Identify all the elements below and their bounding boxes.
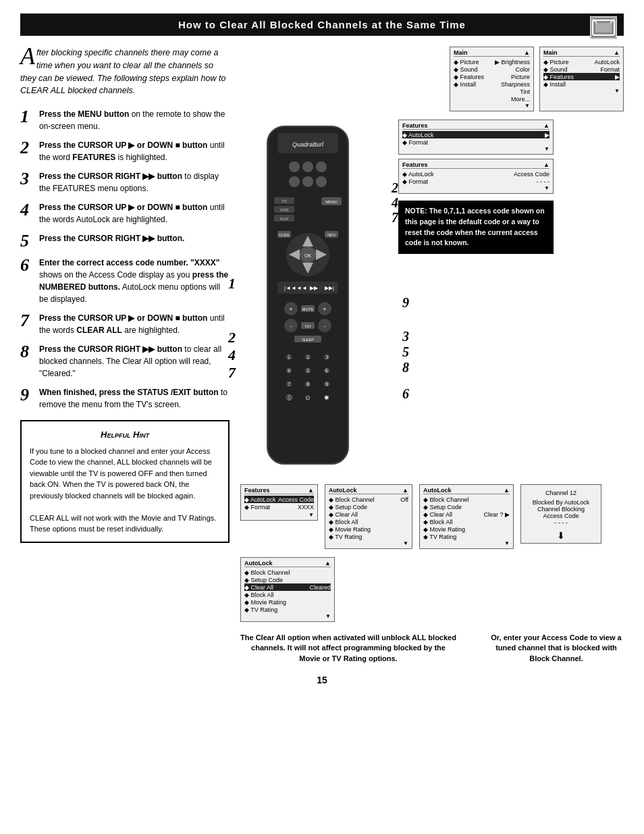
screen-features-accesscode-row-format: ◆ Format- - - - <box>402 178 549 185</box>
svg-text:AUX: AUX <box>280 217 288 221</box>
step-6: 6 Enter the correct access code number. … <box>20 257 230 305</box>
step-num-6: 6 <box>20 257 35 274</box>
step-8: 8 Press the CURSOR RIGHT ▶▶ button to cl… <box>20 343 230 380</box>
screen-al2-clearall: ◆ Clear AllClear ? ▶ <box>423 511 510 518</box>
bottom-caption-1: The Clear All option when activated will… <box>240 633 456 664</box>
svg-text:⓪: ⓪ <box>286 394 292 401</box>
screen-autolock-cleared-title: AutoLock▲ <box>244 560 331 567</box>
screen-al-bc-autolock: ◆ AutoLockAccess Code <box>244 496 314 503</box>
screen-channel-line5: - - - - <box>525 519 597 526</box>
cleared-row: AutoLock▲ ◆ Block Channel ◆ Setup Code ◆… <box>240 557 624 622</box>
remote-svg: QuadraBurl TV VCR AUX <box>240 120 375 471</box>
step-list: 1 Press the MENU button on the remote to… <box>20 108 230 411</box>
screen-al1-movierating: ◆ Movie Rating <box>329 525 408 533</box>
svg-text:-: - <box>290 323 292 330</box>
screen-main-2-row-picture: ◆ PictureAutoLock <box>543 58 620 66</box>
screen-autolock-clearq-title: AutoLock▲ <box>423 487 510 494</box>
title-icon <box>590 16 617 39</box>
note-box: NOTE: The 0,7,1,1 access code shown on t… <box>398 201 554 254</box>
screen-main-2-row-install: ◆ Install <box>543 80 620 88</box>
screen-al3-setupcode: ◆ Setup Code <box>244 576 331 583</box>
helpful-hint-box: Helpful Hint If you tune to a blocked ch… <box>20 420 230 543</box>
svg-text:VCR: VCR <box>280 208 289 212</box>
screen-features-autolock: Features▲ ◆ AutoLock▶ ◆ Format ▼ <box>398 120 554 155</box>
screen-al1-blockchannel: ◆ Block ChannelOff <box>329 496 408 503</box>
page-title-bar: How to Clear All Blocked Channels at the… <box>20 14 624 36</box>
note-text: NOTE: The 0,7,1,1 access code shown on t… <box>405 207 545 246</box>
screen-main-1-row-features: ◆ FeaturesPicture <box>454 73 530 80</box>
svg-text:+: + <box>289 306 292 313</box>
step-text-5: Press the CURSOR RIGHT ▶▶ button. <box>39 232 184 244</box>
screen-channel-line4: Access Code <box>525 513 597 519</box>
remote-overlay-358: 358 <box>402 329 409 375</box>
svg-point-11 <box>316 176 327 187</box>
screen-al2-movierating: ◆ Movie Rating <box>423 525 510 533</box>
screen-autolock-blockchannel: Features▲ ◆ AutoLockAccess Code ◆ Format… <box>240 484 318 521</box>
step-text-3: Press the CURSOR RIGHT ▶▶ button to disp… <box>39 170 230 194</box>
screen-al2-blockall: ◆ Block All <box>423 518 510 525</box>
svg-text:SLEEP: SLEEP <box>302 338 314 342</box>
step-num-2: 2 <box>20 139 35 157</box>
screen-main-2-row-sound: ◆ SoundFormat <box>543 66 620 73</box>
step-text-8: Press the CURSOR RIGHT ▶▶ button to clea… <box>39 343 230 380</box>
screen-channel-line3: Channel Blocking <box>525 506 597 513</box>
screen-al1-tvrating: ◆ TV Rating <box>329 533 408 540</box>
screen-main-1-title: Main▲ <box>454 49 530 57</box>
svg-text:CH: CH <box>305 324 311 328</box>
svg-point-7 <box>302 161 313 172</box>
screen-features-accesscode-row-autolock: ◆ AutoLockAccess Code <box>402 170 549 178</box>
intro-text: A fter blocking specific channels there … <box>20 47 230 97</box>
screen-features-autolock-row-autolock: ◆ AutoLock▶ <box>402 131 549 138</box>
right-screens-col: Features▲ ◆ AutoLock▶ ◆ Format ▼ F <box>398 120 554 254</box>
step-num-5: 5 <box>20 232 35 250</box>
remote-area: 1 247 QuadraBurl <box>240 120 389 473</box>
screen-main-2-row-features: ◆ Features▶ <box>543 73 620 80</box>
step-3: 3 Press the CURSOR RIGHT ▶▶ button to di… <box>20 170 230 194</box>
svg-text:▶▶: ▶▶ <box>310 285 319 291</box>
step-1: 1 Press the MENU button on the remote to… <box>20 108 230 132</box>
screen-al1-blockall: ◆ Block All <box>329 518 408 525</box>
svg-text:|◄◄: |◄◄ <box>284 285 296 291</box>
screen-autolock-full-1-title: AutoLock▲ <box>329 487 408 494</box>
svg-text:MENU: MENU <box>325 200 338 204</box>
svg-text:⑧: ⑧ <box>305 381 311 388</box>
step-num-4: 4 <box>20 201 35 219</box>
step-text-6: Enter the correct access code number. "X… <box>39 257 230 305</box>
screen-features-accesscode: Features▲ ◆ AutoLockAccess Code ◆ Format… <box>398 159 554 194</box>
step-num-9: 9 <box>20 386 35 404</box>
svg-rect-1 <box>595 23 612 32</box>
page-number: 15 <box>20 675 624 685</box>
screen-features-accesscode-title: Features▲ <box>402 161 549 169</box>
svg-text:✱: ✱ <box>324 394 329 401</box>
step-text-2: Press the CURSOR UP ▶ or DOWN ■ button u… <box>39 139 230 163</box>
bottom-caption-2: Or, enter your Access Code to view a tun… <box>489 633 624 664</box>
remote-step-num-1-label: 1 <box>228 275 236 292</box>
svg-point-8 <box>316 161 327 172</box>
left-panel: A fter blocking specific channels there … <box>20 47 230 664</box>
screen-features-autolock-row-format: ◆ Format <box>402 138 549 146</box>
intro-body: fter blocking specific channels there ma… <box>20 48 225 95</box>
helpful-hint-label: Helpful Hint <box>101 429 149 440</box>
screen-main-1-row-sound: ◆ SoundColor <box>454 66 530 73</box>
main-content: A fter blocking specific channels there … <box>20 47 624 664</box>
screen-main-1-row-picture: ◆ Picture▶ Brightness <box>454 58 530 66</box>
svg-text:②: ② <box>305 354 311 361</box>
svg-text:⊙: ⊙ <box>305 394 311 401</box>
screen-al3-movierating: ◆ Movie Rating <box>244 598 331 606</box>
step-num-7: 7 <box>20 312 35 330</box>
screen-channel-line1: Channel 12 <box>525 487 597 499</box>
screen-autolock-cleared: AutoLock▲ ◆ Block Channel ◆ Setup Code ◆… <box>240 557 335 622</box>
screen-main-2-title: Main▲ <box>543 49 620 57</box>
screen-al1-clearall: ◆ Clear All <box>329 511 408 518</box>
screen-al2-tvrating: ◆ TV Rating <box>423 533 510 540</box>
svg-text:④: ④ <box>286 367 292 374</box>
svg-text:⑤: ⑤ <box>305 367 311 374</box>
screen-al3-blockchannel: ◆ Block Channel <box>244 569 331 576</box>
screen-main-1-row-install: ◆ InstallSharpness <box>454 80 530 88</box>
page-title: How to Clear All Blocked Channels at the… <box>178 19 466 30</box>
step-num-1: 1 <box>20 108 35 126</box>
screen-main-1-row-tint: Tint <box>454 88 530 95</box>
step-2: 2 Press the CURSOR UP ▶ or DOWN ■ button… <box>20 139 230 163</box>
step-9: 9 When finished, press the STATUS /EXIT … <box>20 386 230 411</box>
remote-step-num-2-label: 247 <box>228 329 236 382</box>
